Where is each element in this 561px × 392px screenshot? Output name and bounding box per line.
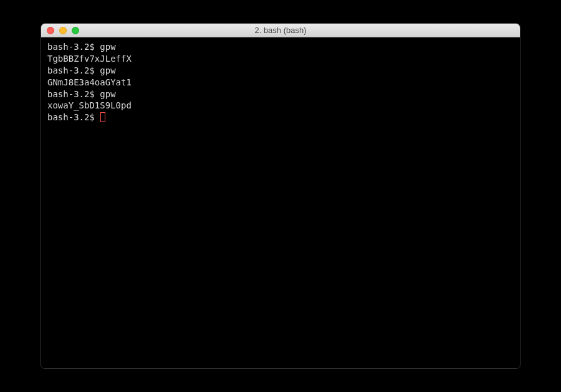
prompt: bash-3.2$ — [47, 89, 100, 99]
traffic-lights — [41, 27, 79, 34]
minimize-icon[interactable] — [59, 27, 67, 34]
close-icon[interactable] — [47, 27, 54, 34]
command: gpw — [100, 65, 115, 75]
terminal-output: GNmJ8E3a4oaGYat1 — [47, 77, 514, 88]
terminal-line: bash-3.2$ gpw — [47, 65, 514, 77]
terminal-body[interactable]: bash-3.2$ gpw TgbBBZfv7xJLeffX bash-3.2$… — [41, 37, 520, 368]
terminal-line: bash-3.2$ — [47, 112, 514, 123]
terminal-window: 2. bash (bash) bash-3.2$ gpw TgbBBZfv7xJ… — [41, 23, 520, 369]
terminal-output: xowaY_SbD1S9L0pd — [47, 100, 514, 112]
terminal-output: TgbBBZfv7xJLeffX — [47, 53, 514, 65]
prompt: bash-3.2$ — [47, 112, 100, 122]
window-title: 2. bash (bash) — [41, 26, 520, 35]
terminal-line: bash-3.2$ gpw — [47, 41, 514, 53]
zoom-icon[interactable] — [72, 27, 79, 34]
terminal-line: bash-3.2$ gpw — [47, 88, 514, 100]
prompt: bash-3.2$ — [47, 65, 100, 75]
command: gpw — [100, 42, 115, 52]
prompt: bash-3.2$ — [47, 42, 100, 52]
titlebar[interactable]: 2. bash (bash) — [41, 24, 520, 37]
cursor-icon — [100, 112, 105, 122]
command: gpw — [100, 89, 115, 99]
